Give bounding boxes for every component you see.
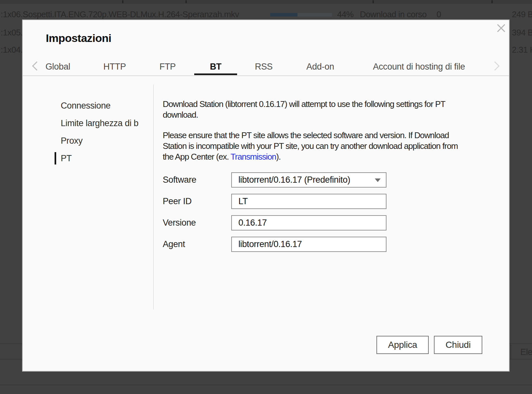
clipped-header-glyph — [373, 0, 374, 3]
versione-input[interactable]: 0.16.17 — [231, 215, 386, 230]
tabstrip-border — [23, 75, 509, 76]
tab-file-hosting-accounts[interactable]: Account di hosting di file — [373, 62, 465, 72]
page-title: Impostazioni — [46, 32, 111, 45]
paragraph-line: the App Center (ex. Transmission). — [163, 151, 458, 162]
software-select[interactable]: libtorrent/0.16.17 (Predefinito) — [231, 172, 386, 188]
items-count-label: Elem — [520, 347, 532, 357]
paragraph-line: Station is incompatible with your PT sit… — [163, 141, 458, 151]
sidebar: Connessione Limite larghezza di b Proxy … — [61, 97, 138, 167]
progress-bar — [270, 13, 332, 17]
size-cell: 2.31 KB — [512, 45, 532, 55]
progress-percent: 44% — [337, 9, 354, 20]
clipped-header-glyph — [491, 0, 493, 3]
intro-paragraph: Download Station (libtorrent 0.16.17) wi… — [163, 99, 445, 120]
notice-paragraph: Please ensure that the PT site allows th… — [163, 130, 458, 162]
apply-button[interactable]: Applica — [376, 336, 429, 354]
progress-bar-fill — [270, 13, 298, 17]
peer-id-label: Peer ID — [163, 194, 228, 209]
sidebar-item-proxy[interactable]: Proxy — [61, 132, 138, 150]
sidebar-item-limite-larghezza[interactable]: Limite larghezza di b — [61, 114, 138, 132]
size-cell: 249 Byt — [512, 9, 532, 20]
statusbar-divider — [0, 385, 532, 385]
tab-bt[interactable]: BT — [210, 62, 221, 72]
sidebar-item-pt[interactable]: PT — [61, 150, 138, 167]
paragraph-text: the App Center (ex. — [163, 152, 231, 162]
clipped-header-glyph — [185, 0, 187, 3]
software-select-value: libtorrent/0.16.17 (Predefinito) — [238, 175, 350, 185]
agent-label: Agent — [163, 237, 228, 252]
background-header-band — [0, 0, 532, 4]
size-cell: 394 Byt — [512, 28, 532, 38]
paragraph-line: Download Station (libtorrent 0.16.17) wi… — [163, 99, 445, 110]
tab-ftp[interactable]: FTP — [159, 62, 176, 72]
torrent-filename: :1x04.I — [1, 45, 25, 55]
paragraph-line: Please ensure that the PT site allows th… — [163, 130, 458, 141]
clipped-header-glyph — [122, 0, 123, 3]
tab-global[interactable]: Global — [45, 62, 70, 72]
status-text: Download in corso — [360, 9, 426, 20]
close-button[interactable]: Chiudi — [434, 336, 482, 354]
paragraph-text: ). — [276, 152, 281, 162]
settings-dialog: Impostazioni Global HTTP FTP BT RSS Add-… — [22, 20, 510, 372]
active-sidebar-marker — [55, 152, 56, 164]
chevron-left-icon[interactable] — [32, 61, 41, 71]
agent-input[interactable]: libtorrent/0.16.17 — [231, 237, 386, 252]
sidebar-item-connessione[interactable]: Connessione — [61, 97, 138, 114]
chevron-down-icon — [375, 178, 381, 182]
tab-addon[interactable]: Add-on — [306, 62, 334, 72]
toolbar-separator — [511, 345, 511, 359]
tab-http[interactable]: HTTP — [103, 62, 126, 72]
software-label: Software — [163, 172, 228, 188]
peer-count: 0 — [437, 9, 441, 20]
active-tab-underline — [194, 73, 237, 75]
chevron-right-icon[interactable] — [490, 61, 500, 71]
versione-label: Versione — [163, 215, 228, 230]
transmission-link[interactable]: Transmission — [231, 152, 276, 162]
sidebar-divider — [153, 85, 154, 309]
torrent-filename: :1x06.Sospetti.ITA.ENG.720p.WEB-DLMux.H.… — [1, 9, 239, 20]
close-icon[interactable] — [494, 21, 508, 35]
tab-rss[interactable]: RSS — [255, 62, 273, 72]
paragraph-line: download. — [163, 110, 445, 120]
peer-id-input[interactable]: LT — [231, 194, 386, 209]
